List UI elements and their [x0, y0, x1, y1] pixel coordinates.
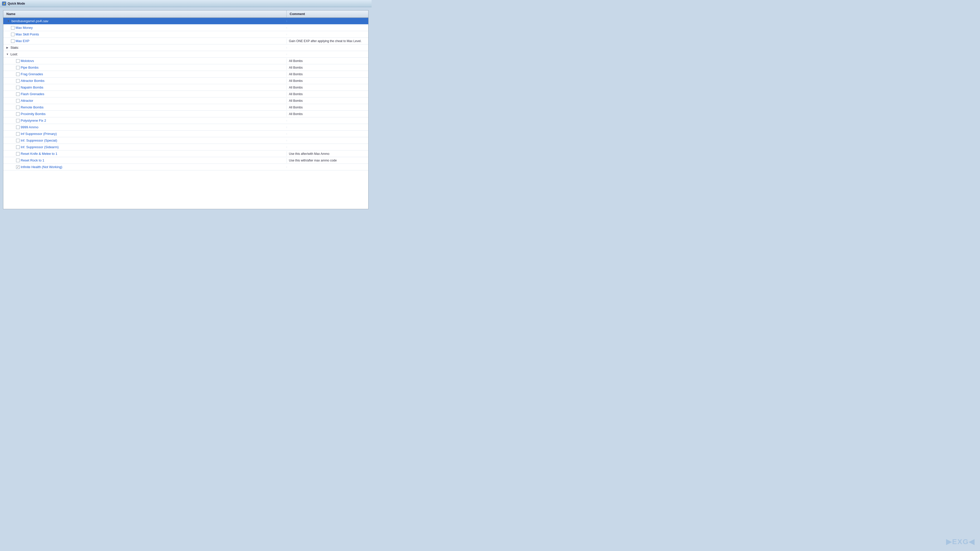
comment-max-skill-points	[286, 34, 368, 35]
column-comment: Comment	[286, 11, 368, 17]
label-remote-bombs[interactable]: Remote Bombs	[21, 105, 44, 109]
name-cell-inf-suppressor-sidearm: Inf. Suppressor (Sidearm)	[3, 144, 286, 150]
checkbox-max-skill-points[interactable]	[11, 33, 14, 36]
section-loot[interactable]: ▼ Loot:	[3, 51, 368, 58]
row-reset-knife-melee[interactable]: Reset Knife & Melee to 1Use this after/w…	[3, 151, 368, 157]
root-collapse-arrow[interactable]: ▼	[6, 19, 11, 23]
row-flash-grenades[interactable]: Flash GrenadesAll Bombs	[3, 91, 368, 97]
label-proximity-bombs[interactable]: Proximity Bombs	[21, 112, 46, 116]
checkbox-pipe-bombs[interactable]	[16, 66, 20, 69]
name-cell-reset-knife-melee: Reset Knife & Melee to 1	[3, 151, 286, 156]
label-max-skill-points[interactable]: Max Skill Points	[16, 32, 39, 36]
row-inf-suppressor-primary[interactable]: Inf Suppressor (Primary)	[3, 130, 368, 137]
row-attractor[interactable]: AttractorAll Bombs	[3, 97, 368, 104]
comment-napalm-bombs: All Bombs	[286, 85, 368, 90]
loot-collapse-arrow[interactable]: ▼	[5, 52, 10, 56]
label-max-money[interactable]: Max Money	[16, 26, 33, 30]
comment-molotovs: All Bombs	[286, 59, 368, 64]
checkbox-inf-suppressor-sidearm[interactable]	[16, 145, 20, 149]
stats-collapse-arrow[interactable]: ▶	[5, 46, 10, 50]
name-cell-attractor-bombs: Attractor Bombs	[3, 78, 286, 83]
checkbox-attractor[interactable]	[16, 99, 20, 103]
name-cell-polystyrene-fix-2: Polystyrene Fix 2	[3, 118, 286, 123]
title-bar: ⚡ Quick Mode	[0, 0, 372, 7]
row-remote-bombs[interactable]: Remote BombsAll Bombs	[3, 104, 368, 111]
checkbox-inf-suppressor-primary[interactable]	[16, 132, 20, 136]
checkbox-max-exp[interactable]	[11, 39, 14, 43]
name-cell-molotovs: Molotovs	[3, 58, 286, 64]
row-9999-ammo[interactable]: 9999 Ammo	[3, 124, 368, 130]
label-9999-ammo[interactable]: 9999 Ammo	[21, 125, 38, 129]
section-loot-header[interactable]: ▼ Loot:	[3, 51, 286, 57]
checkbox-napalm-bombs[interactable]	[16, 86, 20, 89]
name-cell-reset-rock: Reset Rock to 1	[3, 158, 286, 163]
loot-items-container: MolotovsAll BombsPipe BombsAll BombsFrag…	[3, 58, 368, 170]
label-infinite-health[interactable]: Infinite Health (Not Working)	[21, 165, 62, 169]
name-cell-inf-suppressor-primary: Inf Suppressor (Primary)	[3, 131, 286, 137]
comment-pipe-bombs: All Bombs	[286, 65, 368, 70]
label-pipe-bombs[interactable]: Pipe Bombs	[21, 65, 38, 69]
row-inf-suppressor-sidearm[interactable]: Inf. Suppressor (Sidearm)	[3, 144, 368, 151]
name-cell-9999-ammo: 9999 Ammo	[3, 124, 286, 130]
checkbox-reset-knife-melee[interactable]	[16, 152, 20, 156]
checkbox-molotovs[interactable]	[16, 59, 20, 63]
root-item-label[interactable]: bendsavegame\.ps4\.sav	[11, 19, 48, 23]
section-loot-label[interactable]: Loot:	[11, 52, 18, 56]
row-max-exp[interactable]: Max EXP Gain ONE EXP after applying the …	[3, 38, 368, 44]
comment-polystyrene-fix-2	[286, 120, 368, 121]
checkbox-frag-grenades[interactable]	[16, 73, 20, 76]
checkbox-remote-bombs[interactable]	[16, 106, 20, 109]
comment-reset-rock: Use this with/after max ammo code	[286, 158, 368, 163]
section-stats-label[interactable]: Stats:	[11, 46, 19, 49]
checkbox-flash-grenades[interactable]	[16, 92, 20, 96]
app-title: Quick Mode	[8, 2, 25, 5]
label-attractor[interactable]: Attractor	[21, 99, 33, 103]
row-attractor-bombs[interactable]: Attractor BombsAll Bombs	[3, 78, 368, 84]
section-loot-comment	[286, 54, 368, 55]
section-stats[interactable]: ▶ Stats:	[3, 44, 368, 51]
label-reset-knife-melee[interactable]: Reset Knife & Melee to 1	[21, 152, 57, 156]
checkbox-attractor-bombs[interactable]	[16, 79, 20, 83]
label-molotovs[interactable]: Molotovs	[21, 59, 34, 63]
row-max-money[interactable]: Max Money	[3, 24, 368, 31]
row-polystyrene-fix-2[interactable]: Polystyrene Fix 2	[3, 118, 368, 124]
comment-proximity-bombs: All Bombs	[286, 111, 368, 117]
label-inf-suppressor-special[interactable]: Inf. Suppressor (Special)	[21, 138, 57, 142]
label-inf-suppressor-sidearm[interactable]: Inf. Suppressor (Sidearm)	[21, 145, 59, 149]
label-reset-rock[interactable]: Reset Rock to 1	[21, 159, 45, 162]
label-flash-grenades[interactable]: Flash Grenades	[21, 92, 45, 96]
row-reset-rock[interactable]: Reset Rock to 1Use this with/after max a…	[3, 157, 368, 164]
row-pipe-bombs[interactable]: Pipe BombsAll Bombs	[3, 64, 368, 71]
label-frag-grenades[interactable]: Frag Grenades	[21, 72, 43, 76]
row-infinite-health[interactable]: ✓Infinite Health (Not Working)	[3, 164, 368, 170]
label-inf-suppressor-primary[interactable]: Inf Suppressor (Primary)	[21, 132, 57, 136]
checkbox-polystyrene-fix-2[interactable]	[16, 119, 20, 122]
section-stats-comment	[286, 47, 368, 48]
comment-flash-grenades: All Bombs	[286, 92, 368, 97]
main-container: Name Comment ▼ bendsavegame\.ps4\.sav Ma…	[3, 10, 369, 209]
checkbox-infinite-health[interactable]: ✓	[16, 165, 20, 169]
row-molotovs[interactable]: MolotovsAll Bombs	[3, 58, 368, 64]
label-napalm-bombs[interactable]: Napalm Bombs	[21, 86, 43, 89]
comment-attractor: All Bombs	[286, 98, 368, 103]
row-max-skill-points[interactable]: Max Skill Points	[3, 31, 368, 38]
checkbox-inf-suppressor-special[interactable]	[16, 139, 20, 142]
row-inf-suppressor-special[interactable]: Inf. Suppressor (Special)	[3, 137, 368, 144]
checkbox-reset-rock[interactable]	[16, 159, 20, 162]
table-header: Name Comment	[3, 11, 368, 18]
label-polystyrene-fix-2[interactable]: Polystyrene Fix 2	[21, 119, 46, 122]
root-item[interactable]: ▼ bendsavegame\.ps4\.sav	[3, 18, 368, 24]
checkbox-9999-ammo[interactable]	[16, 125, 20, 129]
checkbox-max-money[interactable]	[11, 26, 14, 30]
name-cell-attractor: Attractor	[3, 98, 286, 103]
comment-inf-suppressor-special	[286, 140, 368, 141]
name-cell-flash-grenades: Flash Grenades	[3, 91, 286, 97]
label-attractor-bombs[interactable]: Attractor Bombs	[21, 79, 45, 83]
row-frag-grenades[interactable]: Frag GrenadesAll Bombs	[3, 71, 368, 78]
section-stats-header[interactable]: ▶ Stats:	[3, 44, 286, 51]
row-napalm-bombs[interactable]: Napalm BombsAll Bombs	[3, 84, 368, 91]
checkbox-proximity-bombs[interactable]	[16, 112, 20, 116]
comment-9999-ammo	[286, 127, 368, 128]
row-proximity-bombs[interactable]: Proximity BombsAll Bombs	[3, 111, 368, 118]
label-max-exp[interactable]: Max EXP	[16, 39, 29, 43]
